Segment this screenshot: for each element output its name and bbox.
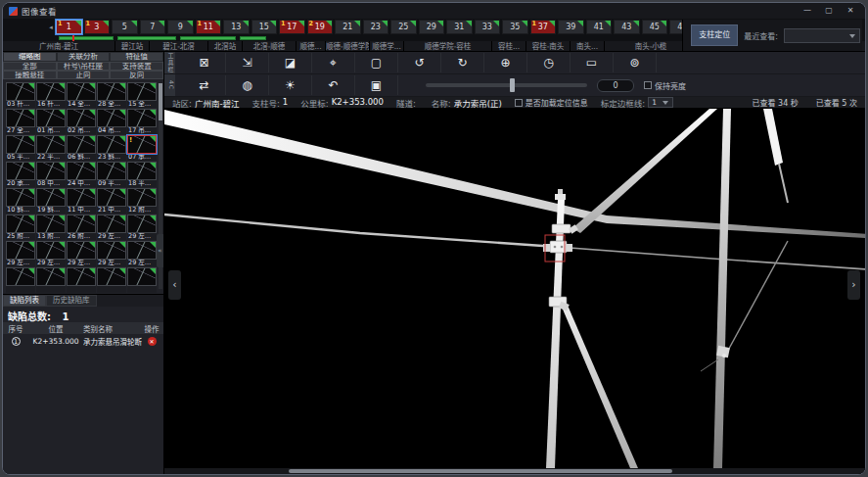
delete-defect-button[interactable]: ✕ [148, 337, 157, 346]
thumbnail-image[interactable] [36, 82, 66, 101]
pole-tab[interactable]: 1 3 [84, 20, 111, 34]
undo-icon[interactable]: ↶ [312, 75, 355, 95]
thumbnail-image[interactable] [67, 188, 96, 207]
auto-locate-icon[interactable]: ⌖ [312, 53, 355, 72]
thumbnail-image[interactable] [97, 267, 126, 286]
defect-panel-tab[interactable]: 历史缺陷库 [46, 295, 97, 307]
station-segment[interactable]: 容桂... [492, 41, 526, 52]
thumbnail[interactable]: 14 全… [67, 82, 96, 108]
thumbnail-image[interactable] [127, 188, 157, 207]
sidebar-tab[interactable]: 特征值 [110, 52, 163, 62]
maximize-button[interactable]: ▢ [820, 5, 838, 17]
pole-tab[interactable]: 9 [167, 20, 194, 34]
next-image-button[interactable]: › [847, 270, 860, 300]
thumbnail-image[interactable] [36, 162, 66, 180]
pole-tab[interactable]: 7 [140, 20, 166, 34]
pole-tab[interactable]: 43 [614, 20, 640, 34]
defect-panel-tab[interactable]: 缺陷列表 [3, 295, 46, 307]
station-segment[interactable]: 南头... [571, 41, 605, 52]
tab-scroll-left-icon[interactable]: ◂ [46, 24, 56, 31]
thumbnail-image[interactable] [97, 241, 126, 260]
brightness-value[interactable]: 0 [597, 79, 634, 92]
thumbnail[interactable]: 24 中… [67, 162, 96, 187]
pole-tab[interactable]: 23 [363, 20, 389, 34]
sidebar-collapse-handle[interactable]: « [157, 234, 163, 267]
station-segment[interactable]: 碧江-北滘 [150, 41, 208, 52]
defect-row[interactable]: 1 K2+353.000 承力索悬吊滑轮断裂.. ✕ [3, 334, 163, 349]
load-position-checkbox[interactable]: 是否加载定位信息 [515, 97, 588, 108]
thumbnail[interactable]: 12 附… [127, 188, 157, 214]
thumbnail-image[interactable] [67, 267, 96, 286]
thumbnail-image[interactable] [97, 188, 126, 207]
thumbnail[interactable]: 18 平… [127, 162, 157, 187]
pole-tab[interactable]: 45 [642, 20, 668, 34]
thumbnail-image[interactable] [36, 135, 66, 154]
pole-tab[interactable]: 39 [558, 20, 584, 34]
zoom-area-icon[interactable]: ⊕ [484, 53, 527, 72]
thumbnail[interactable]: 25 附… [6, 215, 35, 240]
thumbnail-image[interactable] [127, 215, 157, 233]
thumbnail[interactable]: 10 斜… [6, 188, 35, 214]
thumbnail-image[interactable] [6, 82, 35, 101]
thumbnail[interactable]: 26 附… [67, 215, 96, 240]
export-image-icon[interactable]: ⇲ [226, 53, 269, 72]
thumbnail-image[interactable] [67, 82, 96, 101]
thumbnail[interactable]: 04 吊… [97, 109, 126, 134]
horizontal-scrollbar[interactable] [164, 468, 865, 474]
thumbnail-image[interactable] [36, 241, 66, 260]
filter-button[interactable]: 杆号\吊柱座 [57, 62, 111, 71]
thumbnail-image[interactable] [36, 267, 66, 286]
filter-button[interactable]: 正向 [57, 71, 111, 79]
thumbnail[interactable]: 29 左… [97, 241, 126, 266]
thumbnail-image[interactable] [127, 241, 157, 260]
station-segment[interactable]: 北滘-顺德 [243, 41, 297, 52]
thumbnail[interactable]: 11 中… [67, 188, 96, 214]
thumbnail[interactable]: 02 吊… [67, 109, 96, 134]
thumbnail[interactable]: 29 左… [97, 215, 126, 240]
pole-tab[interactable]: 15 [251, 20, 278, 34]
thumbnail[interactable]: 20 承… [6, 162, 35, 187]
marquee-select-icon[interactable]: ▢ [355, 53, 398, 72]
thumbnail-image[interactable] [6, 188, 35, 207]
thumbnail-image[interactable]: ! [127, 135, 157, 154]
pole-tab[interactable]: 25 [390, 20, 417, 34]
scrollbar-thumb[interactable] [159, 83, 162, 120]
compare-icon[interactable]: ⇄ [183, 75, 226, 95]
rotate-left-icon[interactable]: ↺ [398, 53, 441, 72]
image-viewer-canvas[interactable]: ‹ › [164, 109, 865, 474]
thumbnail-image[interactable] [97, 82, 126, 101]
thumbnail[interactable]: 22 平… [36, 135, 66, 161]
thumbnail[interactable] [36, 267, 66, 293]
detail-search-icon[interactable]: ⊚ [614, 53, 657, 72]
thumbnail[interactable] [6, 267, 35, 293]
pole-tab[interactable]: 1 37 [530, 20, 557, 34]
thumbnail[interactable]: 29 左… [36, 241, 66, 266]
pole-tab[interactable]: 31 [446, 20, 473, 34]
close-button[interactable]: ✕ [842, 5, 859, 17]
checkbox-box[interactable] [644, 81, 652, 89]
station-segment[interactable]: 碧江站 [115, 41, 150, 52]
brightness-icon[interactable]: ☀ [269, 75, 312, 95]
lamp-icon[interactable]: ◍ [226, 75, 269, 95]
thumbnail[interactable]: 16 杆… [36, 82, 66, 108]
thumbnail[interactable] [127, 267, 157, 293]
filter-button[interactable]: 反向 [110, 71, 163, 79]
thumbnail-image[interactable] [97, 162, 126, 180]
thumbnail-image[interactable] [97, 109, 126, 127]
previous-image-button[interactable]: ‹ [168, 270, 181, 300]
thumbnail[interactable]: 17 吊… [127, 109, 157, 134]
filter-button[interactable]: 接触悬挂 [3, 71, 57, 79]
thumbnail[interactable]: 03 杆… [6, 82, 35, 108]
measure-icon[interactable]: ◷ [527, 53, 571, 72]
rotate-right-icon[interactable]: ↻ [441, 53, 484, 72]
slider-thumb[interactable] [510, 78, 515, 92]
minimize-button[interactable]: — [799, 5, 816, 17]
scrollbar-thumb[interactable] [289, 469, 672, 473]
thumbnail[interactable]: 28 全… [97, 82, 126, 108]
pole-tab[interactable]: 5 [112, 20, 138, 34]
thumbnail-image[interactable] [67, 241, 96, 260]
thumbnail-image[interactable] [36, 188, 66, 207]
thumbnail-image[interactable] [127, 82, 157, 101]
thumbnail-image[interactable] [6, 241, 35, 260]
thumbnail[interactable]: 21 中… [97, 188, 126, 214]
